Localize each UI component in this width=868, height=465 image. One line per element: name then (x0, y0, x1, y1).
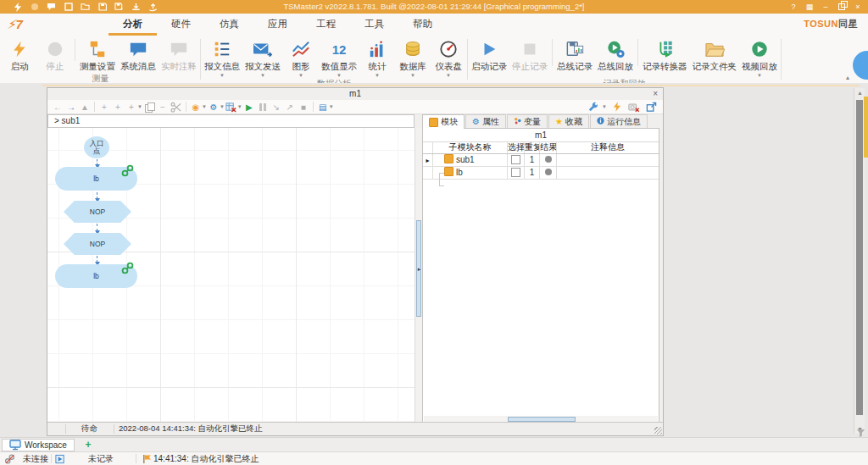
stop-record-button[interactable]: 停止记录 (509, 36, 550, 78)
tab-modules[interactable]: 模块 (422, 114, 465, 129)
open-external-icon[interactable] (645, 101, 657, 113)
repeat-count[interactable]: 1 (525, 154, 540, 166)
tab-application[interactable]: 应用 (253, 14, 302, 36)
database-button[interactable]: 数据库 ▼ (395, 36, 431, 78)
scrollbar-thumb[interactable] (856, 100, 863, 415)
close-button[interactable]: × (851, 2, 865, 13)
scroll-up-icon[interactable]: ▲ (854, 90, 865, 96)
restore-button[interactable] (835, 2, 849, 13)
message-info-button[interactable]: 报文信息 ▼ (202, 36, 242, 78)
comment-cell[interactable] (557, 154, 659, 166)
record-folder-button[interactable]: 记录文件夹 (690, 36, 740, 78)
video-replay-button[interactable]: 视频回放 ▼ (739, 36, 780, 78)
up-icon[interactable]: ▲ (79, 101, 91, 113)
script-icon[interactable]: ▤ (317, 101, 329, 113)
close-icon[interactable]: × (653, 88, 658, 100)
validate-icon[interactable] (225, 101, 237, 113)
monitor-icon (9, 439, 21, 452)
module-panel: 模块 ⚙ 属性 变量 ★ 收藏 (422, 114, 659, 424)
module-icon (444, 154, 453, 163)
pause-icon[interactable] (257, 101, 269, 113)
document-statusbar: 待命 2022-08-04 14:41:34: 自动化引擎已终止 (47, 422, 663, 435)
table-row-lb[interactable]: lb 1 (423, 167, 659, 180)
tab-favorites[interactable]: ★ 收藏 (548, 114, 589, 129)
run-icon[interactable]: ▶ (243, 101, 255, 113)
measure-settings-button[interactable]: 测量设置 (77, 36, 118, 73)
canvas-vertical-scrollbar[interactable]: ▸ (415, 128, 422, 424)
tab-variables[interactable]: 变量 (507, 114, 548, 129)
remove-icon[interactable]: − (157, 101, 169, 113)
window-title: TSMaster2 v2022.8.1.781. Built @2022-08-… (0, 0, 868, 14)
tools-wrench-icon[interactable] (587, 101, 598, 113)
connection-status[interactable]: 未连接 (23, 452, 48, 465)
add-node-menu-icon[interactable]: + (125, 101, 137, 113)
forward-icon[interactable]: → (65, 101, 77, 113)
graphics-button[interactable]: 图形 ▼ (283, 36, 319, 78)
flow-node-lb-2[interactable]: lb (55, 264, 137, 288)
view-options-icon[interactable]: ◉ (190, 101, 202, 113)
panel-toggle-button[interactable]: ▦ (803, 2, 816, 13)
tab-properties[interactable]: ⚙ 属性 (465, 114, 506, 129)
realtime-comment-button[interactable]: 实时注释 (159, 36, 199, 73)
statistics-button[interactable]: 统计 ▼ (359, 36, 395, 78)
clear-snapshot-icon[interactable] (628, 101, 640, 113)
start-button[interactable]: 启动 (2, 36, 37, 73)
tab-simulation[interactable]: 仿真 (205, 14, 253, 36)
flow-node-nop-1[interactable]: NOP (64, 201, 131, 223)
module-table: 子模块名称 选择 重复 结果 注释信息 ▸ sub1 1 (423, 141, 659, 180)
cut-icon[interactable] (170, 101, 182, 113)
system-message-button[interactable]: 系统消息 (118, 36, 159, 73)
step-out-icon[interactable]: ↗ (284, 101, 296, 113)
row-indicator-icon: ▸ (426, 157, 429, 164)
record-converter-button[interactable]: 记录转换器 (640, 36, 690, 78)
tab-project[interactable]: 工程 (302, 14, 350, 36)
flow-node-entry[interactable]: 入口点 (84, 136, 109, 158)
dashboard-button[interactable]: 仪表盘 ▼ (431, 36, 466, 78)
tab-hardware[interactable]: 硬件 (157, 14, 205, 36)
add-node-alt-icon[interactable]: + (112, 101, 124, 113)
start-record-button[interactable]: 启动记录 (469, 36, 509, 78)
engine-message: 2022-08-04 14:41:34: 自动化引擎已终止 (119, 423, 263, 435)
tab-run-info[interactable]: 运行信息 (590, 114, 648, 129)
paste-icon[interactable] (143, 101, 155, 113)
stop-icon[interactable]: ■ (298, 101, 309, 113)
disconnected-icon (4, 454, 15, 465)
collapse-ribbon-button[interactable]: ▴ (846, 74, 849, 81)
add-workspace-button[interactable]: + (81, 439, 95, 451)
step-into-icon[interactable]: ↘ (270, 101, 282, 113)
play-icon (480, 39, 498, 59)
tab-tools[interactable]: 工具 (350, 14, 398, 36)
table-row-sub1[interactable]: ▸ sub1 1 (423, 154, 659, 167)
lightning-icon (11, 39, 28, 59)
tab-help[interactable]: 帮助 (398, 14, 447, 36)
breadcrumb[interactable]: > sub1 (47, 114, 415, 128)
flow-node-nop-2[interactable]: NOP (64, 233, 131, 255)
execute-bolt-icon[interactable] (611, 101, 623, 113)
document-header[interactable]: m1 × (47, 88, 663, 101)
add-node-icon[interactable]: + (98, 101, 110, 113)
module-table-panel: m1 子模块名称 选择 重复 结果 注释信息 ▸ sub1 (422, 128, 659, 424)
stop-button[interactable]: 停止 (37, 36, 73, 73)
settings-gear-icon[interactable]: ⚙ (208, 101, 220, 113)
checkbox[interactable] (511, 155, 520, 164)
flowchart-canvas[interactable]: 入口点 lb NOP NOP lb (47, 128, 415, 424)
status-message[interactable]: 14:41:34: 自动化引擎已终止 (153, 452, 259, 465)
repeat-count[interactable]: 1 (525, 167, 540, 179)
document-toolbar-right: ▼ (586, 101, 663, 113)
minimize-button[interactable]: – (819, 2, 832, 13)
bus-replay-button[interactable]: 总线回放 (595, 36, 636, 78)
back-icon[interactable]: ← (52, 101, 64, 113)
message-send-button[interactable]: 报文发送 ▼ (242, 36, 283, 78)
record-status[interactable]: 未记录 (88, 452, 114, 465)
resize-grip[interactable] (654, 427, 662, 435)
comment-cell[interactable] (557, 167, 659, 179)
tab-analysis[interactable]: 分析 (108, 14, 157, 36)
divider (94, 102, 95, 112)
workspace-tab[interactable]: Workspace (2, 439, 75, 451)
flow-node-lb-1[interactable]: lb (55, 167, 137, 191)
bus-replay-icon (606, 39, 626, 59)
numeric-display-button[interactable]: 12 数值显示 ▼ (319, 36, 359, 78)
checkbox[interactable] (511, 168, 520, 177)
bus-record-button[interactable]: 总线记录 (554, 36, 595, 78)
help-button[interactable]: ? (787, 2, 800, 13)
